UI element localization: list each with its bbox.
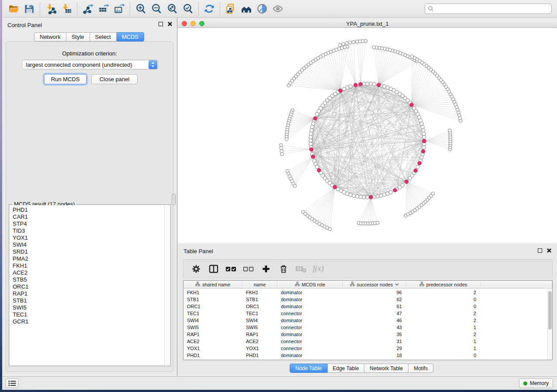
table-row[interactable]: ACE2ACE2connector311 xyxy=(183,338,547,345)
mcds-node[interactable] xyxy=(311,155,315,159)
table-cell: SWI5 xyxy=(183,324,242,331)
table-cell: dominator xyxy=(277,331,343,338)
zoom-in-icon[interactable] xyxy=(133,2,149,16)
import-table-icon[interactable] xyxy=(59,2,74,16)
tab-style[interactable]: Style xyxy=(66,32,90,41)
table-row[interactable]: STB1STB1dominator620 xyxy=(183,296,547,303)
zoom-out-icon[interactable] xyxy=(149,2,164,16)
hide-graphics-icon[interactable] xyxy=(254,2,270,16)
toggle-columns-icon[interactable] xyxy=(208,263,219,275)
export-image-icon[interactable] xyxy=(111,2,127,16)
optimization-criterion-dropdown[interactable]: largest connected component (undirected) xyxy=(22,60,158,69)
open-file-icon[interactable] xyxy=(6,2,21,16)
function-builder-icon: f(x) xyxy=(313,264,324,273)
clone-network-icon[interactable] xyxy=(223,2,239,16)
mcds-node[interactable] xyxy=(422,139,426,143)
table-scrollbar[interactable] xyxy=(547,289,552,360)
table-row[interactable]: TEC1TEC1connector472 xyxy=(183,310,547,317)
window-close-icon[interactable] xyxy=(182,21,187,26)
table-toolbar: f(x) xyxy=(183,259,553,278)
column-header-shared-name[interactable]: shared name xyxy=(183,281,242,288)
table-row[interactable]: ORC1ORC1dominator610 xyxy=(183,303,547,310)
select-all-icon[interactable] xyxy=(225,263,237,275)
table-header-filler xyxy=(481,281,552,288)
table-cell: ACE2 xyxy=(183,338,242,345)
mcds-node[interactable] xyxy=(405,180,408,184)
float-table-panel-icon[interactable] xyxy=(538,248,542,253)
show-networks-icon[interactable] xyxy=(239,2,254,16)
tab-mcds[interactable]: MCDS xyxy=(117,32,144,41)
table-cell: dominator xyxy=(277,296,343,303)
panel-splitter-handle[interactable] xyxy=(172,194,176,205)
refresh-icon[interactable] xyxy=(201,2,217,16)
column-label: shared name xyxy=(202,282,230,287)
import-network-icon[interactable] xyxy=(43,2,59,16)
table-tab-edge-table[interactable]: Edge Table xyxy=(328,364,365,373)
tab-network[interactable]: Network xyxy=(34,32,66,41)
mcds-node[interactable] xyxy=(421,150,425,154)
mcds-node[interactable] xyxy=(317,168,321,172)
column-type-icon xyxy=(195,282,200,287)
mcds-node[interactable] xyxy=(313,117,317,120)
mcds-result-item: TID3 xyxy=(13,227,170,234)
mcds-result-item: CAR1 xyxy=(13,213,170,220)
mcds-node[interactable] xyxy=(309,148,313,151)
mcds-node[interactable] xyxy=(410,103,414,107)
close-table-panel-icon[interactable] xyxy=(547,248,552,253)
mcds-node[interactable] xyxy=(339,89,343,93)
mcds-node[interactable] xyxy=(393,188,397,192)
add-column-icon[interactable] xyxy=(260,263,272,275)
table-cell: RAP1 xyxy=(242,331,277,338)
table-row[interactable]: FKH1FKH1dominator962 xyxy=(183,289,547,296)
mcds-node[interactable] xyxy=(354,83,358,87)
mcds-node[interactable] xyxy=(414,169,418,173)
run-mcds-button[interactable]: Run MCDS xyxy=(44,74,86,84)
network-canvas[interactable] xyxy=(178,28,557,243)
table-settings-gear-icon[interactable] xyxy=(190,263,202,275)
mcds-node[interactable] xyxy=(418,162,422,165)
deselect-all-icon[interactable] xyxy=(243,263,254,275)
column-header-name[interactable]: name xyxy=(242,281,277,288)
export-network-icon[interactable] xyxy=(80,2,96,16)
table-row[interactable]: SWI5SWI5connector431 xyxy=(183,324,547,331)
close-panel-icon[interactable] xyxy=(167,21,173,27)
table-scrollbar-thumb[interactable] xyxy=(548,291,552,330)
zoom-fit-icon[interactable] xyxy=(164,2,180,16)
network-window-titlebar[interactable]: YPA_prune.txt_1 xyxy=(178,20,557,28)
save-session-icon[interactable] xyxy=(21,2,37,16)
mcds-node[interactable] xyxy=(377,83,381,87)
window-zoom-icon[interactable] xyxy=(199,21,204,26)
table-row[interactable]: SWI4SWI4dominator462 xyxy=(183,317,547,324)
table-cell: dominator xyxy=(277,303,343,310)
table-row[interactable]: PHD1PHD1dominator180 xyxy=(183,352,547,359)
column-type-icon xyxy=(350,282,355,287)
tab-select[interactable]: Select xyxy=(90,32,117,41)
show-panels-menu-button[interactable] xyxy=(6,378,18,388)
table-row[interactable]: YOX1YOX1connector291 xyxy=(183,345,547,352)
table-tab-motifs[interactable]: Motifs xyxy=(408,364,433,373)
mcds-node[interactable] xyxy=(333,185,337,189)
mcds-node[interactable] xyxy=(369,195,373,199)
table-cell: dominator xyxy=(277,352,343,359)
toolbar-separator xyxy=(220,2,220,15)
table-tab-node-table[interactable]: Node Table xyxy=(290,364,328,373)
table-tab-network-table[interactable]: Network Table xyxy=(364,364,408,373)
memory-button[interactable]: Memory xyxy=(519,378,553,388)
column-header-successor-nodes[interactable]: successor nodes xyxy=(343,281,406,288)
column-header-MCDS-role[interactable]: MCDS role xyxy=(277,281,343,288)
table-cell: 18 xyxy=(343,352,406,359)
window-minimize-icon[interactable] xyxy=(190,21,196,26)
table-row[interactable]: RAP1RAP1dominator352 xyxy=(183,331,547,338)
search-field[interactable] xyxy=(425,3,552,14)
column-header-predecessor-nodes[interactable]: predecessor nodes xyxy=(406,281,481,288)
delete-column-icon[interactable] xyxy=(278,263,289,275)
zoom-selected-icon[interactable] xyxy=(180,2,196,16)
close-panel-button[interactable]: Close panel xyxy=(91,74,138,84)
eye-icon[interactable] xyxy=(270,2,286,16)
table-cell: SWI4 xyxy=(183,317,242,324)
mcds-node[interactable] xyxy=(359,83,363,86)
search-input[interactable] xyxy=(434,4,551,13)
export-table-icon[interactable] xyxy=(96,2,111,16)
mcds-list-scrollbar[interactable] xyxy=(164,205,170,365)
float-panel-icon[interactable] xyxy=(159,22,163,26)
